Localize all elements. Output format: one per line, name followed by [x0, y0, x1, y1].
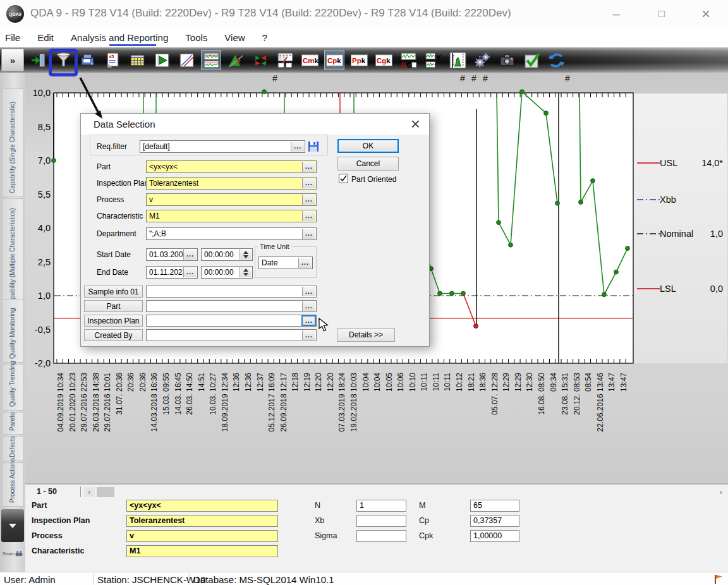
ellipsis-button[interactable]: ... [302, 330, 315, 340]
bottom-field-characteristic[interactable]: M1 [126, 545, 278, 557]
menu-item-analysis-and-reporting[interactable]: Analysis and Reporting [71, 32, 168, 43]
ellipsis-button[interactable]: ... [302, 211, 315, 221]
scrollbar-thumb[interactable] [97, 487, 114, 497]
ellipsis-button[interactable]: ... [298, 258, 312, 268]
req-filter-field[interactable]: [default] ... [140, 140, 305, 153]
cancel-button[interactable]: Cancel [337, 157, 399, 171]
scroll-left-button[interactable]: ‹ [84, 487, 95, 497]
ellipsis-button[interactable]: ... [291, 142, 304, 152]
spin-down-icon[interactable] [243, 255, 248, 258]
ellipsis-button[interactable]: ... [302, 316, 315, 325]
refresh-icon[interactable] [547, 51, 566, 69]
apply-icon[interactable] [522, 51, 541, 69]
time-spinner[interactable] [240, 250, 252, 260]
filter-button-part[interactable]: Part [84, 300, 143, 312]
sidebar-search-button[interactable]: Searc [1, 545, 24, 562]
part-oriented-checkbox[interactable] [339, 174, 348, 183]
spin-down-icon[interactable] [243, 273, 248, 276]
cgk-button[interactable]: Cgk [374, 51, 393, 69]
menu-item-edit[interactable]: Edit [37, 32, 54, 43]
dialog-field-characteristic[interactable]: M1... [146, 210, 317, 222]
stat-field-sigma[interactable] [356, 530, 406, 542]
stat-field-cpk[interactable]: 1,00000 [470, 530, 519, 542]
spin-up-icon[interactable] [243, 268, 248, 272]
sidebar-tab-capability-single-characteristic[interactable]: Capability (Single Characteristic) [2, 88, 23, 197]
field-value: 01.03.2003 [149, 250, 187, 259]
dialog-field-inspection-plan[interactable]: Toleranzentest... [146, 177, 317, 190]
snapshot-icon[interactable] [497, 51, 516, 69]
menu-item-tools[interactable]: Tools [185, 32, 207, 43]
capability-query-icon[interactable]: ? [226, 51, 245, 69]
spin-up-icon[interactable] [243, 251, 248, 254]
filter-field-created-by[interactable]: ... [146, 329, 317, 341]
sidebar-tab-pareto[interactable]: Pareto [2, 412, 23, 435]
legend-xbb: Xbb [637, 195, 724, 205]
eg-chart-icon[interactable]: EG [399, 51, 418, 69]
menu-item-item[interactable]: ? [262, 32, 267, 43]
sidebar-tab-process-actions[interactable]: Process Actions [2, 462, 23, 507]
filter-field-inspection-plan[interactable]: ... [146, 315, 317, 327]
end-date-time-field[interactable]: 00:00:00 [201, 266, 253, 279]
filter-field-part[interactable]: ... [146, 300, 317, 312]
exit-icon[interactable] [29, 51, 48, 69]
settings-icon[interactable] [473, 51, 492, 69]
stat-field-m[interactable]: 65 [470, 500, 519, 512]
svg-text:G: G [406, 61, 412, 68]
printer-icon[interactable] [78, 51, 97, 69]
flag-icon[interactable] [713, 574, 724, 584]
report-icon[interactable]: x5 [103, 51, 122, 69]
stat-field-cp[interactable]: 0,37357 [470, 515, 519, 527]
ellipsis-button[interactable]: ... [183, 250, 197, 260]
details-button[interactable]: Details >> [337, 328, 395, 342]
end-date-field[interactable]: 01.11.2023... [146, 266, 198, 279]
cmk-button[interactable]: Cmk [300, 51, 319, 69]
stat-field-n[interactable]: 1 [356, 500, 406, 512]
ok-button[interactable]: OK [337, 139, 399, 153]
bottom-field-process[interactable]: v [126, 530, 278, 542]
filter-button-created-by[interactable]: Created By [84, 329, 143, 341]
time-spinner[interactable] [240, 267, 252, 277]
menu-item-view[interactable]: View [224, 32, 245, 43]
sidebar-collapse-button[interactable]: » [1, 49, 24, 71]
ellipsis-button[interactable]: ... [302, 162, 315, 172]
y-chart-icon[interactable]: Y [423, 51, 442, 69]
dialog-close-icon[interactable]: × [411, 114, 420, 133]
ellipsis-button[interactable]: ... [302, 301, 315, 311]
control-chart-icon[interactable] [202, 51, 221, 69]
time-unit-field[interactable]: Date ... [258, 256, 313, 269]
ellipsis-button[interactable]: ... [183, 267, 197, 277]
sidebar-more-button[interactable] [1, 509, 24, 542]
save-icon[interactable] [308, 141, 319, 152]
ellipsis-button[interactable]: ... [302, 229, 315, 239]
sidebar-tab-quality-trending[interactable]: Quality Trending [2, 364, 23, 411]
dialog-field-part[interactable]: <yx<yx<... [146, 160, 317, 173]
matrix-chart-icon[interactable] [276, 51, 294, 69]
sidebar-tab-capability-multiple-characteristics[interactable]: Capability (Multiple Characteristics) [2, 198, 23, 311]
filter-button-sample-info-01[interactable]: Sample info 01 [84, 286, 143, 298]
ellipsis-button[interactable]: ... [302, 287, 315, 296]
histogram-icon[interactable] [448, 51, 467, 69]
minimize-button[interactable]: – [605, 4, 627, 23]
filter-field-sample-info-01[interactable]: ... [146, 286, 317, 298]
bottom-field-inspection-plan[interactable]: Toleranzentest [126, 515, 278, 527]
cpk-button[interactable]: Cpk [325, 51, 344, 69]
run-chart-icon[interactable] [152, 51, 171, 69]
stat-field-xb[interactable] [356, 515, 406, 527]
start-date-time-field[interactable]: 00:00:00 [201, 248, 253, 261]
sidebar-tab-quality-monitoring[interactable]: Quality Monitoring [2, 299, 23, 363]
ellipsis-button[interactable]: ... [302, 195, 315, 205]
bottom-field-part[interactable]: <yx<yx< [126, 500, 278, 512]
ppk-button[interactable]: Ppk [349, 51, 368, 69]
probability-plot-icon[interactable] [177, 51, 196, 69]
menu-item-file[interactable]: File [5, 32, 20, 43]
maximize-button[interactable]: □ [651, 4, 672, 23]
start-date-field[interactable]: 01.03.2003... [146, 248, 198, 261]
table-icon[interactable] [128, 51, 147, 69]
close-window-button[interactable]: × [695, 4, 717, 23]
tolerance-arrows-icon[interactable] [251, 51, 270, 69]
scroll-right-button[interactable]: › [715, 487, 726, 497]
dialog-field-department[interactable]: ";A;B... [146, 227, 317, 240]
dialog-field-process[interactable]: v... [146, 193, 317, 206]
ellipsis-button[interactable]: ... [302, 178, 315, 188]
filter-button-inspection-plan[interactable]: Inspection Plan [84, 315, 143, 327]
